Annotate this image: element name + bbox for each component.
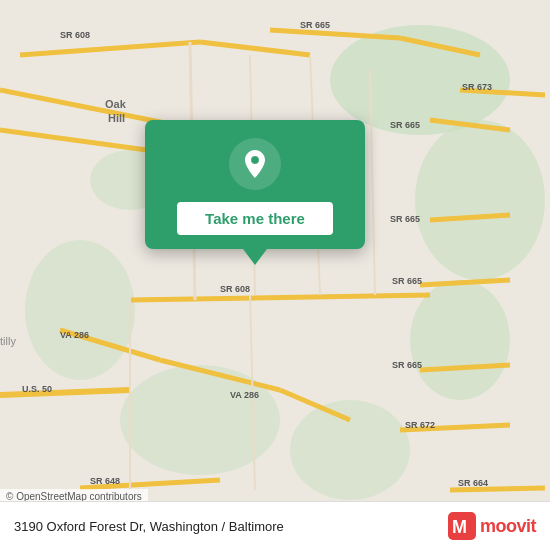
svg-text:VA 286: VA 286	[230, 390, 259, 400]
svg-text:SR 665: SR 665	[392, 360, 422, 370]
svg-text:U.S. 50: U.S. 50	[22, 384, 52, 394]
svg-text:SR 665: SR 665	[390, 120, 420, 130]
svg-text:Hill: Hill	[108, 112, 125, 124]
svg-line-25	[450, 488, 545, 490]
moovit-m-icon: M	[448, 512, 476, 540]
svg-point-6	[290, 400, 410, 500]
svg-text:SR 648: SR 648	[90, 476, 120, 486]
svg-text:SR 608: SR 608	[60, 30, 90, 40]
svg-point-2	[415, 120, 545, 280]
svg-point-4	[25, 240, 135, 380]
svg-text:SR 665: SR 665	[390, 214, 420, 224]
svg-text:SR 664: SR 664	[458, 478, 488, 488]
svg-text:SR 665: SR 665	[300, 20, 330, 30]
svg-point-3	[410, 280, 510, 400]
map-container: SR 608 SR 665 SR 665 SR 665 SR 673 SR 66…	[0, 0, 550, 550]
address-text: 3190 Oxford Forest Dr, Washington / Balt…	[14, 519, 284, 534]
location-icon-wrapper	[229, 138, 281, 190]
svg-text:SR 608: SR 608	[220, 284, 250, 294]
moovit-logo: M moovit	[448, 512, 536, 540]
svg-text:SR 672: SR 672	[405, 420, 435, 430]
popup-card: Take me there	[145, 120, 365, 249]
svg-text:Oak: Oak	[105, 98, 127, 110]
take-me-there-button[interactable]: Take me there	[177, 202, 333, 235]
svg-text:tilly: tilly	[0, 335, 16, 347]
svg-text:SR 673: SR 673	[462, 82, 492, 92]
location-pin-icon	[239, 148, 271, 180]
svg-text:VA 286: VA 286	[60, 330, 89, 340]
svg-point-50	[252, 157, 258, 163]
bottom-bar: 3190 Oxford Forest Dr, Washington / Balt…	[0, 501, 550, 550]
svg-text:M: M	[452, 517, 467, 537]
svg-text:SR 665: SR 665	[392, 276, 422, 286]
moovit-text: moovit	[480, 516, 536, 537]
map-background: SR 608 SR 665 SR 665 SR 665 SR 673 SR 66…	[0, 0, 550, 550]
